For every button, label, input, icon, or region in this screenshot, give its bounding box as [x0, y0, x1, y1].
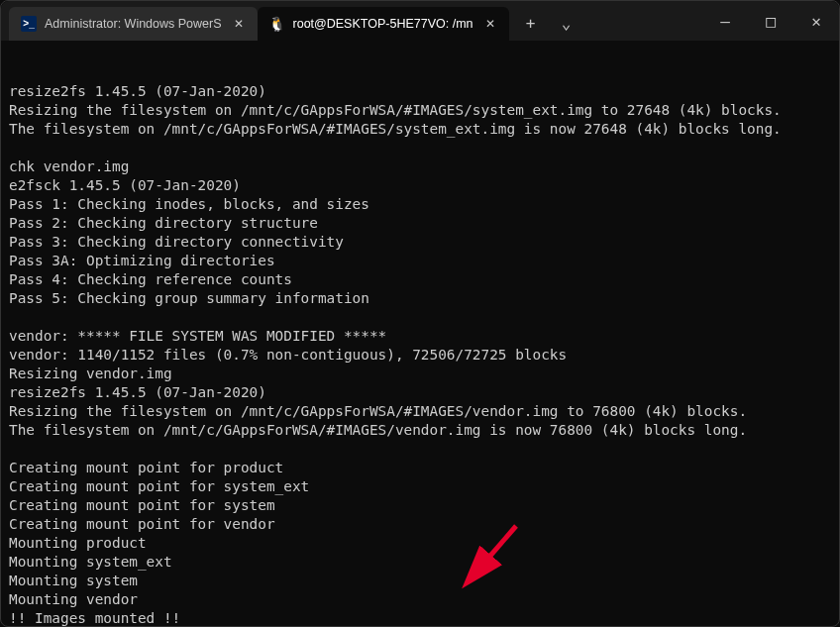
- close-tab-button[interactable]: ✕: [230, 15, 248, 33]
- close-window-button[interactable]: ✕: [793, 1, 839, 41]
- window-controls: — □ ✕: [702, 1, 839, 41]
- tab-powershell[interactable]: >_ Administrator: Windows PowerS ✕: [9, 7, 258, 41]
- terminal-line: vendor: 1140/1152 files (0.7% non-contig…: [9, 346, 831, 365]
- terminal-output[interactable]: resize2fs 1.45.5 (07-Jan-2020)Resizing t…: [1, 41, 839, 626]
- tab-dropdown-button[interactable]: ⌄: [551, 7, 582, 39]
- terminal-line: Pass 1: Checking inodes, blocks, and siz…: [9, 195, 831, 214]
- tab-strip: >_ Administrator: Windows PowerS ✕ 🐧 roo…: [1, 1, 509, 41]
- terminal-line: Mounting vendor: [9, 590, 831, 609]
- terminal-line: resize2fs 1.45.5 (07-Jan-2020): [9, 82, 831, 101]
- terminal-line: Mounting system_ext: [9, 553, 831, 572]
- titlebar-drag-region[interactable]: [582, 1, 703, 41]
- terminal-line: Resizing the filesystem on /mnt/c/GAppsF…: [9, 402, 831, 421]
- close-tab-button[interactable]: ✕: [481, 15, 499, 33]
- terminal-line: Creating mount point for system_ext: [9, 477, 831, 496]
- terminal-line: The filesystem on /mnt/c/GAppsForWSA/#IM…: [9, 120, 831, 139]
- terminal-line: Pass 3A: Optimizing directories: [9, 252, 831, 270]
- terminal-line: Pass 3: Checking directory connectivity: [9, 233, 831, 252]
- terminal-line: Mounting product: [9, 534, 831, 553]
- terminal-line: chk vendor.img: [9, 157, 831, 176]
- maximize-button[interactable]: □: [748, 1, 793, 41]
- titlebar: >_ Administrator: Windows PowerS ✕ 🐧 roo…: [1, 1, 839, 41]
- terminal-line: Pass 5: Checking group summary informati…: [9, 289, 831, 308]
- terminal-line: Mounting system: [9, 572, 831, 590]
- terminal-line: !! Images mounted !!: [9, 609, 831, 626]
- terminal-line: vendor: ***** FILE SYSTEM WAS MODIFIED *…: [9, 327, 831, 346]
- tab-linux[interactable]: 🐧 root@DESKTOP-5HE77VO: /mn ✕: [258, 7, 509, 41]
- terminal-line: Resizing vendor.img: [9, 365, 831, 383]
- terminal-line: resize2fs 1.45.5 (07-Jan-2020): [9, 383, 831, 402]
- terminal-line: Creating mount point for vendor: [9, 515, 831, 534]
- new-tab-button[interactable]: +: [515, 7, 547, 39]
- terminal-line: Pass 2: Checking directory structure: [9, 214, 831, 233]
- terminal-line: Creating mount point for system: [9, 496, 831, 515]
- tab-label: root@DESKTOP-5HE77VO: /mn: [293, 17, 473, 31]
- terminal-line: [9, 308, 831, 327]
- terminal-line: [9, 139, 831, 157]
- terminal-lines: resize2fs 1.45.5 (07-Jan-2020)Resizing t…: [9, 82, 831, 626]
- terminal-line: e2fsck 1.45.5 (07-Jan-2020): [9, 176, 831, 195]
- tab-label: Administrator: Windows PowerS: [45, 17, 222, 31]
- terminal-line: Creating mount point for product: [9, 459, 831, 477]
- terminal-line: [9, 440, 831, 459]
- tux-icon: 🐧: [269, 16, 285, 32]
- terminal-line: Resizing the filesystem on /mnt/c/GAppsF…: [9, 101, 831, 120]
- tab-controls: + ⌄: [515, 1, 582, 41]
- terminal-line: Pass 4: Checking reference counts: [9, 270, 831, 289]
- powershell-icon: >_: [21, 16, 37, 32]
- terminal-line: The filesystem on /mnt/c/GAppsForWSA/#IM…: [9, 421, 831, 440]
- minimize-button[interactable]: —: [702, 1, 748, 41]
